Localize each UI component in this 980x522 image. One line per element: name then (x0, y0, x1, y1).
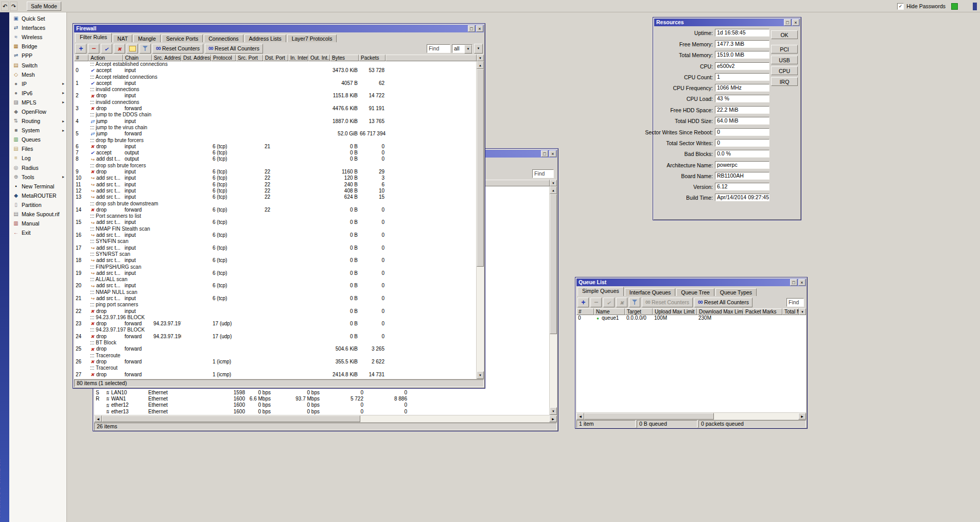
column-header[interactable]: Action (89, 55, 123, 61)
scroll-down-icon[interactable]: ▼ (477, 371, 484, 379)
sidebar-item[interactable]: Queues ▸ (9, 135, 66, 144)
firewall-comment-row[interactable]: ::: Accept related connections (74, 74, 476, 80)
firewall-rule-row[interactable]: 6 drop input 6 (tcp) 21 0 B 0 (74, 144, 476, 150)
column-picker-button[interactable]: ▼ (550, 180, 557, 186)
add-queue-button[interactable] (577, 298, 589, 307)
firewall-rule-row[interactable]: 22 drop input 0 B 0 (74, 308, 476, 315)
sidebar-item[interactable]: Bridge ▸ (9, 42, 66, 51)
reset-counters-button[interactable]: 00 Reset Counters (152, 44, 203, 54)
add-rule-button[interactable] (75, 44, 86, 54)
vertical-scrollbar[interactable]: ▲ ▼ (476, 61, 484, 379)
firewall-tab[interactable]: Connections (204, 34, 243, 42)
firewall-comment-row[interactable]: ::: NMAP FIN Stealth scan (74, 226, 476, 232)
scroll-thumb[interactable] (584, 413, 714, 420)
sidebar-item[interactable]: Exit ▸ (9, 228, 66, 237)
firewall-rule-row[interactable]: 11 add src t... input 6 (tcp) 22 240 B 6 (74, 182, 476, 188)
scroll-thumb[interactable] (102, 415, 360, 422)
close-button[interactable]: × (549, 150, 556, 157)
reset-counters-button[interactable]: 00 Reset Counters (642, 298, 693, 307)
queue-tab[interactable]: Simple Queues (577, 287, 624, 296)
firewall-rule-row[interactable]: 20 add src t... input 6 (tcp) 0 B 0 (74, 283, 476, 289)
filter-button[interactable] (139, 44, 151, 54)
interface-row[interactable]: S LAN10 Ethernet 1598 0 bps 0 bps 0 0 (94, 390, 549, 396)
scroll-thumb[interactable] (477, 69, 484, 267)
scroll-left-icon[interactable]: ◀ (576, 413, 584, 420)
firewall-comment-row[interactable]: ::: jump to the virus chain (74, 125, 476, 131)
scroll-right-icon[interactable]: ▶ (798, 413, 806, 420)
firewall-rule-row[interactable]: 14 drop forward 6 (tcp) 22 0 B 0 (74, 207, 476, 213)
firewall-comment-row[interactable]: ::: drop ftp brute forcers (74, 137, 476, 144)
column-header[interactable]: Download Max Limit (697, 308, 743, 315)
enable-rule-button[interactable] (101, 44, 112, 54)
firewall-comment-row[interactable]: ::: ALL/ALL scan (74, 276, 476, 283)
column-header[interactable]: Protocol (211, 55, 236, 61)
firewall-comment-row[interactable]: ::: 94.23.97.197 BLOCK (74, 327, 476, 333)
scroll-up-icon[interactable]: ▲ (550, 186, 557, 194)
reset-all-counters-button[interactable]: 00 Reset All Counters (694, 298, 752, 307)
find-input[interactable] (427, 44, 450, 53)
queue-tab[interactable]: Queue Types (715, 288, 757, 296)
sidebar-item[interactable]: Interfaces ▸ (9, 23, 66, 32)
firewall-rule-row[interactable]: 5 jump forward 52.0 GiB 66 717 394 (74, 131, 476, 137)
maximize-button[interactable]: □ (541, 150, 548, 157)
sidebar-item[interactable]: OpenFlow ▸ (9, 107, 66, 116)
resources-action-button[interactable]: USB (771, 56, 798, 64)
firewall-rule-row[interactable]: 2 drop input 1151.8 KiB 14 722 (74, 93, 476, 99)
resources-action-button[interactable]: PCI (771, 45, 798, 54)
column-header[interactable]: Packet Marks (743, 308, 782, 315)
close-button[interactable]: × (798, 279, 806, 286)
redo-button[interactable] (10, 2, 18, 11)
interface-row[interactable]: R WAN1 Ethernet 1600 6.6 Mbps 93.7 Mbps … (94, 396, 549, 402)
find-input[interactable] (532, 169, 554, 178)
disable-rule-button[interactable] (114, 44, 125, 54)
resources-action-button[interactable]: IRQ (771, 77, 798, 86)
hide-passwords-checkbox[interactable]: ✓ (897, 3, 904, 10)
firewall-comment-row[interactable]: ::: FIN/PSH/URG scan (74, 264, 476, 270)
maximize-button[interactable]: □ (790, 279, 797, 286)
firewall-comment-row[interactable]: ::: Port scanners to list (74, 213, 476, 219)
column-header[interactable]: Bytes (330, 55, 359, 61)
column-header[interactable]: Chain (123, 55, 152, 61)
firewall-comment-row[interactable]: ::: 94.23.97.196 BLOCK (74, 315, 476, 321)
firewall-comment-row[interactable]: ::: Accept established connections (74, 61, 476, 67)
firewall-comment-row[interactable]: ::: ping port scanners (74, 302, 476, 308)
column-picker-button[interactable]: ▼ (477, 55, 484, 61)
resources-action-button[interactable]: CPU (771, 66, 798, 75)
sidebar-item[interactable]: New Terminal ▸ (9, 182, 66, 191)
horizontal-scrollbar[interactable]: ◀ ▶ (94, 415, 557, 422)
firewall-rule-row[interactable]: 10 add src t... input 6 (tcp) 22 120 B 3 (74, 175, 476, 181)
column-header[interactable]: Name (594, 308, 625, 315)
sidebar-item[interactable]: Wireless ▸ (9, 32, 66, 42)
scroll-right-icon[interactable]: ▶ (549, 415, 557, 422)
filter-button[interactable] (629, 298, 640, 307)
column-header[interactable]: Upload Max Limit (653, 308, 697, 315)
firewall-tab[interactable]: Address Lists (244, 34, 286, 42)
column-header[interactable]: Src. Port (236, 55, 263, 61)
interface-row[interactable]: ether12 Ethernet 1600 0 bps 0 bps 0 0 (94, 402, 549, 408)
firewall-comment-row[interactable]: ::: drop ssh brute downstream (74, 201, 476, 207)
firewall-tab[interactable]: Mangle (133, 34, 160, 42)
scroll-thumb[interactable] (550, 194, 557, 334)
firewall-rule-row[interactable]: 0 accept input 3473.0 KiB 53 728 (74, 67, 476, 74)
sidebar-item[interactable]: Quick Set ▸ (9, 14, 66, 23)
column-header[interactable]: Dst. Port (263, 55, 288, 61)
column-header[interactable]: # (576, 308, 594, 315)
firewall-rule-row[interactable]: 13 add src t... input 6 (tcp) 22 624 B 1… (74, 194, 476, 200)
resources-action-button[interactable]: OK (771, 30, 798, 39)
window-titlebar[interactable]: Firewall □ × (74, 25, 484, 32)
sidebar-item[interactable]: MetaROUTER ▸ (9, 191, 66, 200)
remove-queue-button[interactable] (590, 298, 602, 307)
firewall-rule-row[interactable]: 12 add src t... input 6 (tcp) 22 408 B 1… (74, 188, 476, 194)
firewall-comment-row[interactable]: ::: Tracerout (74, 365, 476, 371)
sidebar-item[interactable]: System ▸ (9, 126, 66, 135)
firewall-rule-row[interactable]: 25 drop forward 504.6 KiB 3 265 (74, 346, 476, 352)
maximize-button[interactable]: □ (784, 19, 791, 26)
firewall-comment-row[interactable]: ::: SYN/FIN scan (74, 238, 476, 245)
firewall-comment-row[interactable]: ::: SYN/RST scan (74, 251, 476, 257)
column-header[interactable]: Dst. Address (181, 55, 211, 61)
firewall-rule-row[interactable]: 7 accept output 6 (tcp) 0 B 0 (74, 150, 476, 156)
firewall-rule-row[interactable]: 17 add src t... input 6 (tcp) 0 B 0 (74, 245, 476, 251)
firewall-comment-row[interactable]: ::: invalid connections (74, 86, 476, 93)
maximize-button[interactable]: □ (468, 25, 475, 32)
window-titlebar[interactable]: Queue List □ × (576, 279, 806, 286)
